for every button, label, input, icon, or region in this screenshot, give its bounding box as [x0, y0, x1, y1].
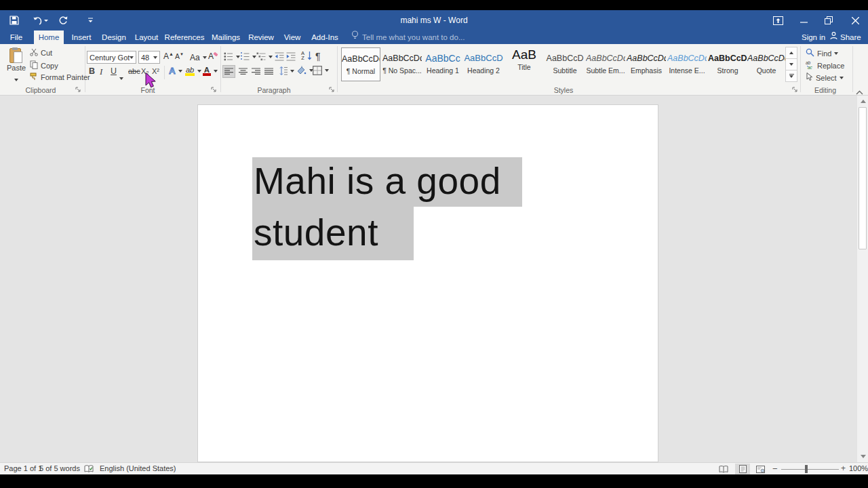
language-indicator[interactable]: English (United States): [100, 463, 176, 475]
restore-button[interactable]: [818, 10, 839, 30]
tab-home[interactable]: Home: [34, 30, 64, 44]
underline-caret[interactable]: [119, 70, 123, 83]
scroll-down-arrow[interactable]: [859, 452, 867, 461]
font-name-combo[interactable]: Century Gothi: [87, 51, 136, 64]
grow-font-icon: A▲: [163, 52, 174, 61]
chevron-up-icon: [856, 90, 863, 96]
clear-formatting-button[interactable]: A: [208, 52, 218, 62]
show-marks-button[interactable]: ¶: [315, 51, 321, 62]
tab-review[interactable]: Review: [245, 30, 277, 44]
tell-me-box[interactable]: Tell me what you want to do...: [351, 30, 465, 44]
clipboard-dialog-launcher[interactable]: [75, 87, 82, 94]
ribbon-display-options-icon[interactable]: [768, 10, 788, 30]
gallery-more-button[interactable]: [785, 70, 797, 82]
word-count[interactable]: 5 of 5 words: [39, 463, 80, 475]
gallery-down-button[interactable]: [785, 58, 797, 70]
bullets-button[interactable]: [224, 52, 240, 61]
font-size-combo[interactable]: 48: [138, 51, 160, 64]
tab-references[interactable]: References: [164, 30, 205, 44]
paragraph-dialog-launcher[interactable]: [329, 87, 336, 94]
zoom-in-button[interactable]: +: [841, 463, 846, 475]
document-text-line1[interactable]: Mahi is a good: [254, 157, 501, 206]
page-indicator[interactable]: Page 1 of 1: [4, 463, 42, 475]
strikethrough-button[interactable]: abc: [128, 67, 140, 75]
style-preview: AaBbCcDd: [382, 53, 422, 64]
align-right-icon: [252, 68, 260, 75]
align-center-button[interactable]: [237, 65, 250, 78]
shading-button[interactable]: [296, 66, 313, 75]
numbering-button[interactable]: [240, 52, 256, 61]
style-subtitle[interactable]: AaBbCcD Subtitle: [545, 47, 585, 81]
copy-button[interactable]: Copy: [30, 60, 58, 70]
style-intense-emphasis[interactable]: AaBbCcDd Intense E...: [667, 47, 707, 81]
style-heading1[interactable]: AaBbCc Heading 1: [423, 47, 462, 81]
style-emphasis[interactable]: AaBbCcDd Emphasis: [627, 47, 666, 81]
print-layout-button[interactable]: [735, 464, 750, 474]
highlight-color-button[interactable]: ab: [185, 66, 201, 76]
replace-button[interactable]: abac Replace: [806, 60, 844, 70]
status-bar: Page 1 of 1 5 of 5 words English (United…: [0, 462, 868, 474]
style-quote[interactable]: AaBbCcDd Quote: [747, 47, 785, 81]
style-no-spacing[interactable]: AaBbCcDd ¶ No Spac...: [382, 47, 422, 81]
tab-addins[interactable]: Add-Ins: [308, 30, 342, 44]
vertical-scrollbar[interactable]: [856, 96, 868, 462]
paste-dropdown-caret[interactable]: [14, 79, 18, 81]
justify-button[interactable]: [262, 65, 275, 78]
style-heading2[interactable]: AaBbCcD Heading 2: [464, 47, 503, 81]
borders-button[interactable]: [313, 66, 329, 75]
share-button[interactable]: Share: [830, 30, 861, 44]
paste-button[interactable]: Paste: [3, 46, 30, 85]
multilevel-list-button[interactable]: [256, 52, 273, 61]
style-strong[interactable]: AaBbCcDc Strong: [708, 47, 747, 81]
decrease-indent-button[interactable]: [275, 52, 284, 61]
grow-font-button[interactable]: A▲: [163, 52, 174, 61]
gallery-up-button[interactable]: [785, 47, 797, 59]
sign-in-link[interactable]: Sign in: [802, 30, 825, 44]
scrollbar-thumb[interactable]: [859, 107, 867, 249]
text-effects-button[interactable]: A: [169, 66, 182, 76]
scroll-up-arrow[interactable]: [859, 97, 867, 106]
clipboard-icon: [9, 47, 23, 64]
tab-layout[interactable]: Layout: [132, 30, 161, 44]
document-area[interactable]: Mahi is a good student: [0, 96, 868, 462]
web-layout-button[interactable]: [753, 464, 768, 474]
read-mode-button[interactable]: [716, 464, 731, 474]
close-button[interactable]: [845, 10, 865, 30]
lightbulb-icon: [351, 30, 359, 44]
style-subtle-emphasis[interactable]: AaBbCcDd Subtle Em...: [586, 47, 625, 81]
zoom-out-button[interactable]: −: [772, 463, 778, 475]
align-right-button[interactable]: [250, 65, 262, 78]
styles-dialog-launcher[interactable]: [792, 87, 799, 94]
minimize-button[interactable]: [793, 10, 814, 30]
ribbon: Paste Cut Copy Format Painter Clipboard: [0, 44, 868, 96]
style-preview: AaB: [505, 49, 544, 60]
select-button[interactable]: Select: [806, 73, 844, 83]
shrink-font-button[interactable]: A▼: [175, 52, 184, 60]
zoom-level[interactable]: 100%: [849, 463, 868, 475]
align-left-button[interactable]: [222, 65, 235, 78]
tab-file[interactable]: File: [5, 30, 27, 44]
font-color-button[interactable]: A: [203, 66, 218, 76]
change-case-button[interactable]: Aa: [190, 52, 207, 64]
style-normal[interactable]: AaBbCcDd ¶ Normal: [341, 47, 380, 81]
italic-button[interactable]: I: [100, 66, 102, 77]
underline-button[interactable]: U: [111, 66, 117, 76]
tab-insert[interactable]: Insert: [68, 30, 95, 44]
tab-mailings[interactable]: Mailings: [209, 30, 243, 44]
increase-indent-button[interactable]: [286, 52, 296, 61]
format-painter-button[interactable]: Format Painter: [30, 73, 90, 82]
line-spacing-button[interactable]: [278, 66, 294, 75]
style-title[interactable]: AaB Title: [505, 47, 544, 81]
style-preview: AaBbCcDd: [667, 53, 707, 64]
font-dialog-launcher[interactable]: [211, 87, 218, 94]
zoom-slider-thumb[interactable]: [805, 465, 808, 473]
find-button[interactable]: Find: [806, 48, 838, 58]
tab-view[interactable]: View: [279, 30, 305, 44]
tab-design[interactable]: Design: [99, 30, 129, 44]
sort-button[interactable]: A Z: [301, 51, 312, 60]
zoom-slider-track[interactable]: [781, 469, 839, 470]
document-text-line2[interactable]: student: [254, 208, 378, 258]
style-preview: AaBbCcD: [545, 53, 585, 64]
bold-button[interactable]: B: [89, 66, 95, 76]
cut-button[interactable]: Cut: [30, 48, 52, 58]
